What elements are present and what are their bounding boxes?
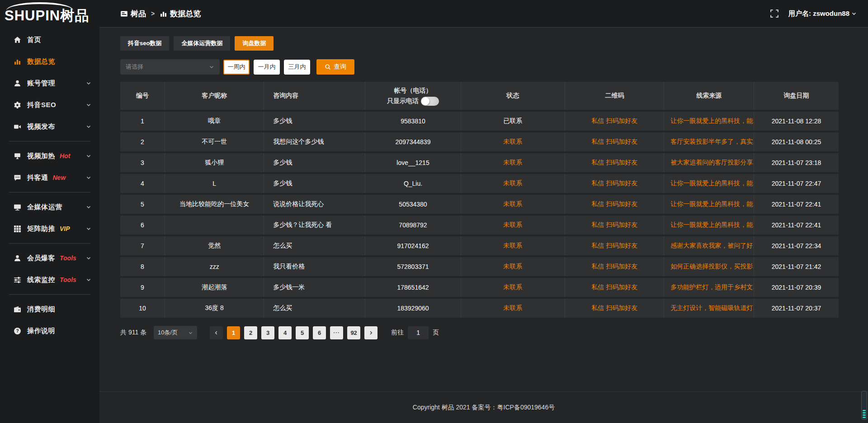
sidebar-item-consumption-detail[interactable]: 消费明细 bbox=[0, 298, 99, 320]
cell-source-link[interactable]: 客厅安装投影半年多了，真实... bbox=[664, 132, 754, 152]
prev-page-button[interactable] bbox=[210, 326, 223, 339]
cell-qrcode-link[interactable]: 私信 扫码加好友 bbox=[565, 298, 664, 319]
phone-only-toggle[interactable] bbox=[421, 97, 439, 106]
sidebar-item-data-overview[interactable]: 数据总览 bbox=[0, 51, 99, 72]
search-icon bbox=[325, 64, 331, 70]
cell-source-link[interactable]: 让你一眼就爱上的黑科技，能... bbox=[664, 215, 754, 235]
period-button-2[interactable]: 三月内 bbox=[284, 60, 310, 75]
filter-select[interactable]: 请选择 bbox=[120, 59, 220, 75]
page-button-92[interactable]: 92 bbox=[347, 326, 360, 339]
sidebar-item-matrix-boost[interactable]: 矩阵助推VIP bbox=[0, 218, 99, 240]
breadcrumb-label: 树品 bbox=[131, 9, 146, 19]
sidebar-item-video-heating[interactable]: 视频加热Hot bbox=[0, 145, 99, 167]
phone-toggle-label: 只显示电话 bbox=[387, 96, 419, 106]
tab-1[interactable]: 全媒体运营数据 bbox=[174, 36, 230, 51]
sidebar-item-video-publish[interactable]: 视频发布 bbox=[0, 116, 99, 137]
chevron-down-icon bbox=[86, 80, 91, 86]
cell-account: 70898792 bbox=[365, 215, 461, 235]
sidebar-item-account-management[interactable]: 账号管理 bbox=[0, 72, 99, 94]
user-menu[interactable]: 用户名: zswodun88 bbox=[788, 9, 857, 18]
cell-id: 10 bbox=[120, 298, 165, 319]
chevron-down-icon bbox=[86, 153, 91, 159]
sidebar-item-home[interactable]: 首页 bbox=[0, 29, 99, 51]
inquiry-table: 编号 客户昵称 咨询内容 帐号（电话） 只显示电话 状态 二维码 线索来源 询盘… bbox=[120, 82, 839, 320]
period-button-1[interactable]: 一月内 bbox=[254, 60, 280, 75]
cell-nickname: zzz bbox=[165, 256, 264, 277]
member-icon bbox=[14, 254, 21, 262]
cell-source-link[interactable]: 无主灯设计，智能磁吸轨道灯... bbox=[664, 298, 754, 319]
cell-id: 3 bbox=[120, 152, 165, 173]
scroll-widget[interactable] bbox=[861, 391, 867, 420]
cell-qrcode-link[interactable]: 私信 扫码加好友 bbox=[565, 235, 664, 256]
sidebar-item-member-burst[interactable]: 会员爆客Tools bbox=[0, 247, 99, 269]
logo-text: SHUPIN树品 bbox=[5, 6, 89, 25]
goto-page-input[interactable] bbox=[408, 326, 429, 339]
page-button-1[interactable]: 1 bbox=[227, 326, 240, 339]
cell-qrcode-link[interactable]: 私信 扫码加好友 bbox=[565, 215, 664, 235]
cell-account: love__1215 bbox=[365, 152, 461, 173]
cell-qrcode-link[interactable]: 私信 扫码加好友 bbox=[565, 277, 664, 298]
sidebar-item-label: 抖客通 bbox=[27, 174, 48, 182]
sidebar-badge: New bbox=[53, 174, 66, 181]
cell-source-link[interactable]: 让你一眼就爱上的黑科技，能... bbox=[664, 173, 754, 194]
breadcrumb-item-home[interactable]: 树品 bbox=[120, 9, 146, 19]
cell-qrcode-link[interactable]: 私信 扫码加好友 bbox=[565, 132, 664, 152]
sidebar-item-doukotong[interactable]: 抖客通New bbox=[0, 167, 99, 188]
sidebar-badge: Tools bbox=[60, 276, 76, 283]
breadcrumb-label: 数据总览 bbox=[170, 9, 201, 19]
bar-chart-icon bbox=[160, 10, 167, 18]
page-ellipsis[interactable]: ··· bbox=[330, 326, 343, 339]
cell-qrcode-link[interactable]: 私信 扫码加好友 bbox=[565, 194, 664, 215]
sidebar-menu: 首页数据总览账号管理抖音SEO视频发布视频加热Hot抖客通New全媒体运营矩阵助… bbox=[0, 27, 99, 423]
filter-select-value: 请选择 bbox=[126, 63, 143, 71]
sidebar-item-douyin-seo[interactable]: 抖音SEO bbox=[0, 94, 99, 116]
sidebar-item-operation-guide[interactable]: ?操作说明 bbox=[0, 320, 99, 342]
search-button[interactable]: 查询 bbox=[316, 59, 354, 75]
main-content: 抖音seo数据全媒体运营数据询盘数据 请选择 一周内一月内三月内 查询 编号 bbox=[99, 27, 868, 423]
cell-content: 怎么买 bbox=[264, 235, 365, 256]
page-size-select[interactable]: 10条/页 bbox=[154, 326, 197, 339]
gear-icon bbox=[14, 101, 21, 109]
page-button-4[interactable]: 4 bbox=[278, 326, 292, 339]
page-button-5[interactable]: 5 bbox=[296, 326, 309, 339]
cell-account: 178651642 bbox=[365, 277, 461, 298]
cell-source-link[interactable]: 让你一眼就爱上的黑科技，能... bbox=[664, 111, 754, 132]
sidebar-item-label: 会员爆客 bbox=[27, 254, 55, 263]
cell-source-link[interactable]: 如何正确选择投影仪，买投影... bbox=[664, 256, 754, 277]
page-nav: 123456···92 bbox=[210, 326, 377, 339]
page-button-3[interactable]: 3 bbox=[261, 326, 274, 339]
sidebar-item-media-operation[interactable]: 全媒体运营 bbox=[0, 196, 99, 218]
chevron-down-icon bbox=[86, 204, 91, 210]
col-source: 线索来源 bbox=[664, 82, 754, 111]
widget-stripe bbox=[863, 410, 866, 411]
cell-source-link[interactable]: 多功能护栏灯，适用于乡村文... bbox=[664, 277, 754, 298]
cell-qrcode-link[interactable]: 私信 扫码加好友 bbox=[565, 111, 664, 132]
cell-content: 怎么买 bbox=[264, 298, 365, 319]
page-button-2[interactable]: 2 bbox=[244, 326, 257, 339]
cell-qrcode-link[interactable]: 私信 扫码加好友 bbox=[565, 173, 664, 194]
topbar-right: 用户名: zswodun88 bbox=[770, 9, 857, 18]
tab-0[interactable]: 抖音seo数据 bbox=[120, 36, 169, 51]
next-page-button[interactable] bbox=[364, 326, 377, 339]
table-row: 8zzz我只看价格572803371未联系私信 扫码加好友如何正确选择投影仪，买… bbox=[120, 256, 839, 277]
cell-source-link[interactable]: 被大家追着问的客厅投影分享... bbox=[664, 152, 754, 173]
cell-date: 2021-11-08 00:25 bbox=[754, 132, 839, 152]
chevron-down-icon bbox=[86, 102, 91, 108]
logo-en: SHUPIN bbox=[5, 8, 60, 24]
cell-qrcode-link[interactable]: 私信 扫码加好友 bbox=[565, 256, 664, 277]
username-label: 用户名: zswodun88 bbox=[788, 9, 849, 18]
cell-qrcode-link[interactable]: 私信 扫码加好友 bbox=[565, 152, 664, 173]
cell-source-link[interactable]: 感谢大家喜欢我家，被问了好... bbox=[664, 235, 754, 256]
breadcrumb-item-current[interactable]: 数据总览 bbox=[160, 9, 201, 19]
sidebar-item-lead-monitor[interactable]: 线索监控Tools bbox=[0, 269, 99, 291]
page-button-6[interactable]: 6 bbox=[313, 326, 326, 339]
cell-source-link[interactable]: 让你一眼就爱上的黑科技，能... bbox=[664, 194, 754, 215]
search-label: 查询 bbox=[334, 63, 346, 71]
widget-stripe bbox=[863, 414, 866, 416]
cell-status: 未联系 bbox=[461, 173, 565, 194]
period-button-0[interactable]: 一周内 bbox=[223, 60, 250, 75]
cell-account: 572803371 bbox=[365, 256, 461, 277]
fullscreen-icon[interactable] bbox=[770, 9, 778, 18]
cell-account: 183929060 bbox=[365, 298, 461, 319]
tab-2[interactable]: 询盘数据 bbox=[235, 36, 274, 51]
